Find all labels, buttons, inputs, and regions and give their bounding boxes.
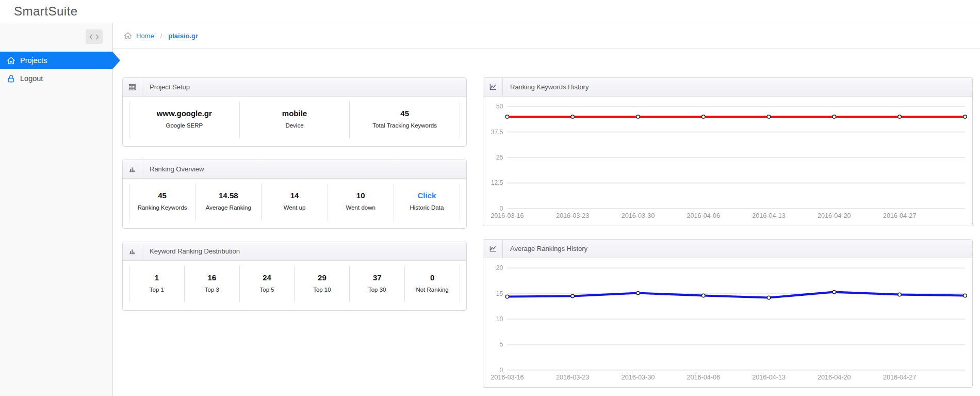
stat-value: 45 bbox=[352, 109, 458, 118]
line-chart-svg: 051015202016-03-162016-03-232016-03-3020… bbox=[483, 258, 972, 387]
stat-label: Went up bbox=[264, 204, 325, 211]
y-axis-tick-label: 10 bbox=[496, 315, 503, 323]
sidebar-item-label: Logout bbox=[20, 74, 43, 83]
project-setup-stats: www.google.grGoogle SERPmobileDevice45To… bbox=[123, 97, 466, 146]
x-axis-tick-label: 2016-03-30 bbox=[622, 374, 655, 381]
line-chart-svg: 012.52537.5502016-03-162016-03-232016-03… bbox=[483, 97, 972, 226]
keyword-ranking-distribution-panel: Keyword Ranking Destribution 1Top 116Top… bbox=[122, 242, 467, 311]
stat-value: 14.58 bbox=[198, 191, 259, 200]
stat-label: Top 3 bbox=[187, 287, 237, 293]
panel-title: Project Setup bbox=[142, 78, 190, 96]
breadcrumb-separator: / bbox=[160, 32, 162, 40]
bar-chart-icon bbox=[123, 242, 142, 260]
chevron-left-icon bbox=[89, 34, 93, 40]
x-axis-tick-label: 2016-04-06 bbox=[687, 374, 720, 381]
line-chart-icon bbox=[483, 240, 503, 258]
stat-value: 37 bbox=[352, 273, 402, 282]
y-axis-tick-label: 15 bbox=[496, 290, 503, 297]
sidebar-collapse-button[interactable] bbox=[86, 29, 103, 44]
stat-cell: ClickHistoric Data bbox=[394, 184, 460, 220]
stat-value: 14 bbox=[264, 191, 325, 200]
data-point-marker bbox=[832, 115, 836, 118]
panel-header: Keyword Ranking Destribution bbox=[123, 242, 466, 261]
stat-label: Device bbox=[242, 122, 348, 129]
stat-label: Historic Data bbox=[396, 204, 458, 211]
stat-label: Went down bbox=[330, 204, 391, 211]
data-point-marker bbox=[571, 115, 574, 118]
stat-cell: 0Not Ranking bbox=[404, 266, 460, 302]
x-axis-tick-label: 2016-04-20 bbox=[818, 374, 851, 381]
left-column: Project Setup www.google.grGoogle SERPmo… bbox=[122, 77, 467, 324]
historic-data-link[interactable]: Click bbox=[396, 191, 458, 200]
average-rankings-history-chart: 051015202016-03-162016-03-232016-03-3020… bbox=[483, 258, 972, 387]
right-column: Ranking Keywords History 012.52537.55020… bbox=[483, 77, 973, 396]
stat-cell: 16Top 3 bbox=[184, 266, 239, 302]
ranking-overview-stats: 45Ranking Keywords14.58Average Ranking14… bbox=[123, 179, 466, 228]
y-axis-tick-label: 5 bbox=[500, 341, 503, 349]
data-line bbox=[507, 292, 965, 298]
stat-value: 1 bbox=[132, 273, 182, 282]
data-point-marker bbox=[767, 296, 770, 299]
stat-label: Top 5 bbox=[242, 287, 292, 293]
ranking-keywords-history-chart: 012.52537.5502016-03-162016-03-232016-03… bbox=[483, 97, 972, 226]
sidebar: Projects Logout bbox=[0, 23, 113, 396]
breadcrumb-current-project[interactable]: plaisio.gr bbox=[168, 32, 198, 40]
sidebar-nav: Projects Logout bbox=[0, 52, 112, 87]
data-point-marker bbox=[963, 294, 967, 297]
x-axis-tick-label: 2016-03-30 bbox=[622, 212, 655, 219]
data-point-marker bbox=[832, 290, 836, 293]
stat-cell: 10Went down bbox=[328, 184, 394, 220]
data-point-marker bbox=[505, 295, 509, 298]
panel-header: Ranking Keywords History bbox=[483, 78, 972, 97]
stat-label: Ranking Keywords bbox=[132, 204, 193, 211]
app-header: SmartSuite bbox=[0, 0, 980, 23]
x-axis-tick-label: 2016-04-20 bbox=[818, 212, 851, 219]
x-axis-tick-label: 2016-04-13 bbox=[752, 212, 785, 219]
stat-cell: 37Top 30 bbox=[349, 266, 404, 302]
x-axis-tick-label: 2016-04-06 bbox=[687, 212, 720, 219]
y-axis-tick-label: 0 bbox=[500, 367, 503, 374]
stat-value: 0 bbox=[407, 273, 458, 282]
line-chart-icon bbox=[483, 78, 503, 96]
stat-value: 16 bbox=[187, 273, 237, 282]
y-axis-tick-label: 12.5 bbox=[491, 179, 503, 186]
stat-value: 24 bbox=[242, 273, 292, 282]
stat-value: 45 bbox=[132, 191, 193, 200]
x-axis-tick-label: 2016-03-16 bbox=[491, 374, 524, 381]
panel-title: Average Rankings History bbox=[503, 240, 587, 258]
stat-cell: www.google.grGoogle SERP bbox=[129, 102, 239, 138]
data-point-marker bbox=[702, 115, 705, 118]
project-setup-panel: Project Setup www.google.grGoogle SERPmo… bbox=[122, 77, 467, 147]
sidebar-item-logout[interactable]: Logout bbox=[0, 70, 112, 87]
x-axis-tick-label: 2016-03-23 bbox=[556, 374, 589, 381]
stat-label: Top 10 bbox=[297, 287, 347, 293]
average-rankings-history-panel: Average Rankings History 051015202016-03… bbox=[483, 239, 973, 388]
stat-cell: 45Ranking Keywords bbox=[129, 184, 195, 220]
stat-value: 10 bbox=[330, 191, 391, 200]
panel-header: Project Setup bbox=[123, 78, 466, 97]
x-axis-tick-label: 2016-04-27 bbox=[883, 212, 916, 219]
sidebar-collapse-row bbox=[0, 23, 112, 47]
ranking-overview-panel: Ranking Overview 45Ranking Keywords14.58… bbox=[122, 160, 467, 229]
data-point-marker bbox=[505, 115, 509, 118]
x-axis-tick-label: 2016-04-27 bbox=[883, 374, 916, 381]
breadcrumb-home-link[interactable]: Home bbox=[136, 32, 154, 40]
main-area: Home / plaisio.gr Project Setup www.goog… bbox=[113, 23, 980, 396]
bar-chart-icon bbox=[123, 160, 142, 178]
stat-label: Total Tracking Keywords bbox=[352, 122, 458, 129]
x-axis-tick-label: 2016-03-16 bbox=[491, 212, 524, 219]
calendar-icon bbox=[123, 78, 142, 96]
panel-header: Average Rankings History bbox=[483, 240, 972, 258]
stat-cell: 24Top 5 bbox=[239, 266, 295, 302]
app-logo: SmartSuite bbox=[14, 4, 78, 19]
sidebar-item-projects[interactable]: Projects bbox=[0, 52, 112, 69]
data-point-marker bbox=[571, 294, 574, 297]
stat-label: Google SERP bbox=[132, 122, 237, 129]
data-point-marker bbox=[898, 115, 901, 118]
keyword-distribution-stats: 1Top 116Top 324Top 529Top 1037Top 300Not… bbox=[123, 261, 466, 310]
panel-header: Ranking Overview bbox=[123, 160, 466, 179]
y-axis-tick-label: 37.5 bbox=[491, 129, 503, 136]
y-axis-tick-label: 20 bbox=[496, 264, 503, 272]
stat-label: Not Ranking bbox=[407, 287, 458, 293]
stat-value: 29 bbox=[297, 273, 347, 282]
